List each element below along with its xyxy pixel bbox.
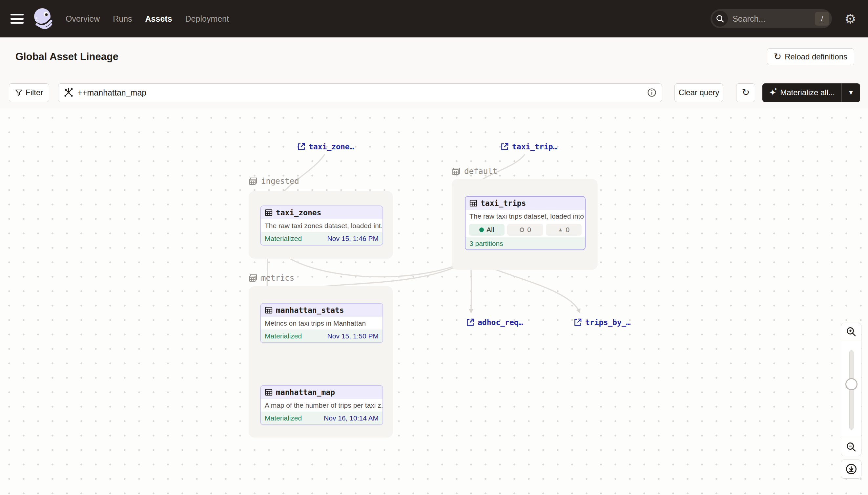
page-title: Global Asset Lineage [15,51,119,63]
materialize-all-label: Materialize all... [780,88,835,97]
external-asset-link-trips-by[interactable]: trips_by_… [573,318,631,327]
pill-label: All [486,226,494,234]
status-badge: Materialized [265,332,302,340]
top-navbar: Overview Runs Assets Deployment / ⚙ [0,0,868,37]
triangle-icon: ▲ [558,227,563,233]
materialization-timestamp[interactable]: Nov 16, 10:14 AM [324,414,378,422]
asset-node-manhattan-stats[interactable]: manhattan_stats Metrics on taxi trips in… [260,303,383,343]
download-icon [845,463,857,475]
asset-description: The raw taxi trips dataset, loaded into … [465,210,585,223]
table-icon [265,388,272,396]
group-name: default [464,167,497,176]
partitions-missing-pill[interactable]: 0 [507,224,543,236]
asset-query-box[interactable] [58,83,662,102]
group-name: ingested [261,176,299,186]
zoom-in-button[interactable] [841,323,862,341]
reload-definitions-label: Reload definitions [785,52,847,62]
partitions-count[interactable]: 3 partitions [465,237,585,250]
global-search[interactable]: / [711,9,832,28]
lineage-graph-icon [64,88,73,98]
asset-description: Metrics on taxi trips in Manhattan [261,317,383,329]
external-asset-label: taxi_trip… [512,142,557,151]
zoom-out-button[interactable] [841,438,862,456]
reload-icon: ↻ [774,52,781,62]
refresh-icon: ↻ [742,88,749,97]
settings-gear-icon[interactable]: ⚙ [844,12,856,25]
nav-item-runs[interactable]: Runs [113,14,132,24]
table-stack-icon [249,273,258,283]
dagster-logo-icon[interactable] [32,7,53,30]
asset-query-input[interactable] [77,88,647,98]
hamburger-menu-icon[interactable] [11,14,24,24]
pill-label: 0 [527,226,531,234]
external-link-icon [466,318,475,327]
asset-title: manhattan_map [276,388,335,396]
asset-node-taxi-trips[interactable]: taxi_trips The raw taxi trips dataset, l… [465,196,586,250]
group-label-metrics[interactable]: metrics [249,273,294,283]
asset-description: The raw taxi zones dataset, loaded int..… [261,219,383,232]
lineage-toolbar: Filter Clear query ↻ ✦✦ Materialize all.… [0,76,868,109]
nav-item-deployment[interactable]: Deployment [185,14,229,24]
sparkle-icon: ✦✦ [769,88,776,97]
green-dot-icon [479,227,484,232]
zoom-out-icon [846,442,857,453]
partitions-all-pill[interactable]: All [469,224,504,236]
zoom-slider[interactable] [841,341,862,438]
materialize-all-button[interactable]: ✦✦ Materialize all... [762,83,842,102]
clear-query-button[interactable]: Clear query [674,83,723,102]
zoom-in-icon [846,326,857,338]
lineage-edges [0,109,868,495]
table-stack-icon [452,167,461,176]
materialization-timestamp[interactable]: Nov 15, 1:46 PM [327,235,378,243]
asset-title: taxi_trips [481,199,526,207]
group-label-default[interactable]: default [452,167,497,176]
table-stack-icon [249,176,258,186]
ring-icon [519,227,525,233]
table-icon [265,306,272,314]
asset-node-taxi-zones[interactable]: taxi_zones The raw taxi zones dataset, l… [260,205,383,245]
materialize-all-split-button: ✦✦ Materialize all... ▾ [762,83,860,102]
status-badge: Materialized [265,414,302,422]
nav-item-assets[interactable]: Assets [145,14,172,24]
asset-node-manhattan-map[interactable]: manhattan_map A map of the number of tri… [260,385,383,425]
search-input[interactable] [728,14,815,24]
external-asset-link-taxi-trip[interactable]: taxi_trip… [500,142,557,151]
reload-definitions-button[interactable]: ↻ Reload definitions [767,48,854,65]
nav-item-overview[interactable]: Overview [66,14,100,24]
funnel-icon [15,89,22,96]
table-icon [265,209,272,217]
refresh-graph-button[interactable]: ↻ [736,83,755,102]
external-link-icon [573,318,582,327]
materialize-dropdown-caret[interactable]: ▾ [842,83,860,102]
external-link-icon [500,142,509,151]
search-shortcut-badge: / [815,12,829,25]
asset-title: manhattan_stats [276,306,344,314]
status-badge: Materialized [265,235,302,243]
asset-description: A map of the number of trips per taxi z.… [261,399,383,412]
download-view-button[interactable] [841,460,862,479]
page-header: Global Asset Lineage ↻ Reload definition… [0,37,868,76]
external-asset-label: adhoc_req… [478,318,523,327]
group-label-ingested[interactable]: ingested [249,176,299,186]
clear-query-label: Clear query [678,88,719,97]
partitions-failed-pill[interactable]: ▲ 0 [546,224,582,236]
zoom-controls [841,323,862,479]
zoom-slider-handle[interactable] [845,378,857,390]
filter-button-label: Filter [25,88,43,97]
external-asset-link-adhoc-req[interactable]: adhoc_req… [466,318,523,327]
group-name: metrics [261,273,294,283]
search-icon [712,11,728,27]
table-icon [470,199,477,207]
external-asset-link-taxi-zone[interactable]: taxi_zone… [297,142,354,151]
partition-health-pills: All 0 ▲ 0 [465,223,585,237]
asset-title: taxi_zones [276,208,321,217]
pill-label: 0 [566,226,569,234]
filter-button[interactable]: Filter [9,83,49,102]
external-asset-label: trips_by_… [585,318,631,327]
materialization-timestamp[interactable]: Nov 15, 1:50 PM [327,332,378,340]
external-link-icon [297,142,306,151]
lineage-canvas[interactable]: ingested default metrics taxi_z [0,109,868,495]
external-asset-label: taxi_zone… [309,142,354,151]
primary-nav: Overview Runs Assets Deployment [66,14,229,24]
query-info-icon[interactable] [647,88,656,97]
